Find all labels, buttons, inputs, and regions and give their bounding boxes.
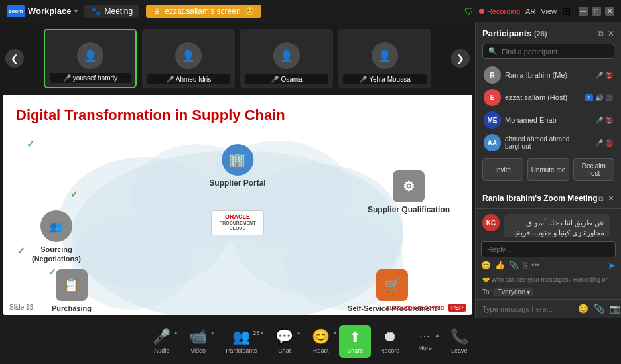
chat-header-icons: ⧉ ✕ (598, 194, 614, 203)
presentation-area: ❮ 👤 🎤 youssef hamdy 👤 🎤 Ahmed Idris (0, 22, 475, 318)
type-attach-button[interactable]: 📎 (594, 304, 604, 314)
bottom-toolbar: ▲ 🎤 Audio ▲ 📹 Video ▲ 👥 28 Participants … (0, 318, 621, 364)
chevron-up-icon: ▲ (173, 330, 178, 335)
purchasing-item: 📋 Purchasing(PRs/POs) (52, 269, 92, 315)
record-control[interactable]: ⏺ Record (371, 328, 409, 354)
maximize-button[interactable]: □ (592, 7, 601, 16)
list-item: AA ahmed ahmed ahmed barghout 🎤 📵 (482, 132, 614, 153)
to-line: To: Everyone ▾ (476, 285, 621, 299)
host-badge: 1 (585, 94, 593, 101)
pop-out-button[interactable]: ⧉ (598, 29, 604, 38)
reaction-button[interactable]: 👍 (495, 261, 505, 270)
supplier-portal-icon: 🏢 (222, 144, 253, 176)
ar-button[interactable]: AR (525, 7, 535, 15)
audio-icon: 🎤 (153, 328, 171, 345)
grid-icon: ⊞ (562, 5, 571, 17)
purchasing-label: Purchasing(PRs/POs) (52, 304, 92, 315)
psp-badge: PSP (448, 304, 466, 312)
type-message-bar: 😊 📎 📷 ➤ (476, 299, 621, 318)
participant-card: 👤 🎤 Yehia Moussa (338, 29, 431, 88)
mic-icon: 🎤 (166, 76, 174, 83)
check-mark: ✓ (70, 189, 78, 200)
chat-header: Rania Ibrahim's Zoom Meeting ⧉ ✕ (476, 188, 621, 209)
audio-control[interactable]: ▲ 🎤 Audio (143, 328, 180, 354)
copy-button[interactable]: ⎘ (523, 261, 527, 270)
chevron-down-icon: ▾ (74, 7, 78, 15)
supplier-portal-item: 🏢 Supplier Portal (209, 144, 265, 188)
chevron-up-icon: ▲ (296, 330, 301, 335)
react-control[interactable]: ▲ 😊 React (303, 328, 339, 354)
panel-header-icons: ⧉ ✕ (598, 29, 614, 38)
participant-card: 👤 🎤 Osama (240, 29, 333, 88)
slide-number: Slide 13 (9, 304, 33, 311)
view-button[interactable]: View (541, 7, 557, 15)
unmute-me-button[interactable]: Unmute me (527, 158, 569, 181)
mic-icon: 🎤 (63, 74, 71, 82)
avatar: 👤 (372, 42, 398, 69)
supplier-qualification-label: Supplier Qualification (368, 205, 450, 214)
participants-control[interactable]: ▲ 👥 28 Participants (216, 328, 266, 354)
search-box[interactable]: 🔍 (482, 44, 614, 59)
type-screenshot-button[interactable]: 📷 (610, 304, 620, 314)
meeting-tab[interactable]: 🐾 Meeting (84, 5, 140, 18)
invite-button[interactable]: Invite (482, 158, 523, 181)
participants-count: 28 (253, 330, 259, 336)
who-can-see: 🤝 Who can see your messages? Recording o… (476, 274, 621, 285)
share-label: Share (347, 347, 363, 354)
close-panel-button[interactable]: ✕ (608, 29, 614, 38)
participant-list: R Rania Ibrahim (Me) 🎤 📵 E ezzat.sallam … (482, 64, 614, 153)
leave-control[interactable]: 📞 Leave (441, 328, 478, 354)
screen-tab[interactable]: 🖥 ezzat.sallam's screen 😊 (146, 5, 261, 18)
chat-control[interactable]: ▲ 💬 Chat (266, 328, 303, 354)
to-label: To: (482, 288, 491, 296)
recording-label: Recording (487, 7, 520, 15)
reply-input[interactable] (481, 241, 616, 257)
video-control[interactable]: ▲ 📹 Video (180, 328, 216, 354)
send-reply-button[interactable]: ➤ (608, 260, 616, 271)
more-reply-button[interactable]: ••• (531, 261, 540, 270)
close-chat-button[interactable]: ✕ (608, 194, 614, 203)
type-emoji-button[interactable]: 😊 (578, 304, 588, 314)
participant-name: 🎤 Ahmed Idris (147, 74, 230, 84)
type-message-input[interactable] (482, 305, 574, 313)
to-everyone-selector[interactable]: Everyone ▾ (494, 288, 533, 296)
mic-icon: 🎤 (359, 76, 367, 83)
emoji-button[interactable]: 😊 (481, 261, 491, 270)
participant-icons: 🎤 📵 (595, 72, 613, 79)
chat-messages: KC عن طريق اننا دخلنا أسواق مجاورة زى كي… (476, 209, 621, 237)
strip-prev-button[interactable]: ❮ (5, 49, 24, 68)
right-panel: Participants (28) ⧉ ✕ 🔍 R Rania Ibrahim … (475, 22, 621, 318)
reclaim-host-button[interactable]: Reclaim host (573, 158, 614, 181)
top-bar: zoom Workplace ▾ 🐾 Meeting 🖥 ezzat.salla… (0, 0, 621, 22)
workplace-text: Workplace (28, 6, 72, 16)
more-label: More (418, 345, 432, 351)
supplier-portal-label: Supplier Portal (209, 178, 265, 188)
participant-cards: 👤 🎤 youssef hamdy 👤 🎤 Ahmed Idris 👤 (27, 29, 448, 88)
react-icon: 😊 (312, 328, 330, 345)
close-button[interactable]: ✕ (605, 7, 614, 16)
participant-name: Mohamed Ehab (505, 116, 591, 124)
check-mark: ✓ (17, 245, 25, 256)
check-mark: ✓ (27, 139, 34, 149)
paw-icon: 🐾 (91, 7, 101, 16)
search-input[interactable] (502, 48, 608, 56)
video-off-icon: 📵 (605, 139, 613, 147)
strip-next-button[interactable]: ❯ (451, 49, 470, 68)
leave-icon: 📞 (450, 328, 468, 345)
mic-icon: 🎤 (271, 76, 279, 83)
share-control[interactable]: ⬆ Share (339, 325, 371, 358)
mute-icon: 🎤 (595, 139, 603, 147)
participant-name: ezzat.sallam (Host) (505, 93, 581, 101)
attach-button[interactable]: 📎 (509, 261, 519, 270)
chat-icon: 💬 (275, 328, 293, 345)
minimize-button[interactable]: — (579, 7, 588, 16)
self-service-icon: 🛒 (376, 269, 408, 301)
reply-box: 😊 👍 📎 ⎘ ••• ➤ (476, 237, 621, 274)
mute-icon: 🎤 (595, 72, 603, 79)
video-icon: 🎥 (605, 94, 613, 101)
list-item: E ezzat.sallam (Host) 1 🔊 🎥 (482, 87, 614, 108)
window-controls: — □ ✕ (579, 7, 614, 16)
expand-chat-button[interactable]: ⧉ (598, 194, 604, 203)
more-control[interactable]: ▲ ··· More (409, 331, 441, 351)
oracle-item: ORACLE PROCUREMENT CLOUD (211, 210, 264, 235)
